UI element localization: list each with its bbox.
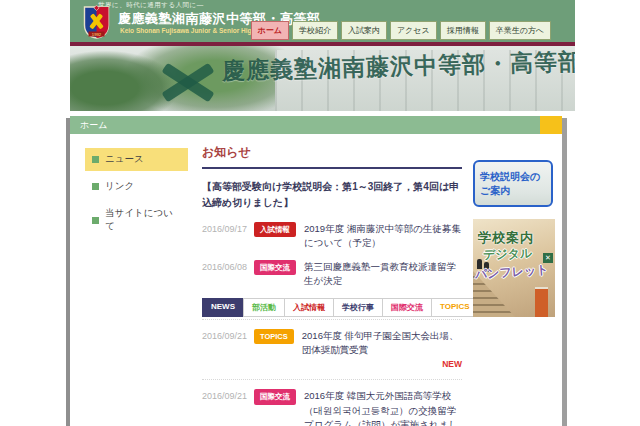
sidebar-item-news[interactable]: ニュース [85,148,188,171]
category-badge: 入試情報 [254,222,296,237]
page-body: ホーム ニュース リンク 当サイトについて [70,116,562,426]
site-header: 世界に、時代に通用する人間に― 1992 慶應義塾湘南藤沢中等部・高等部 Kei… [70,0,575,42]
title-divider [202,167,462,169]
nav-tab-alumni[interactable]: 卒業生の方へ [489,21,551,40]
main-nav: ホーム 学校紹介 入試案内 アクセス 採用情報 卒業生の方へ [251,21,552,40]
breadcrumb[interactable]: ホーム [70,116,562,134]
pinned-news-row: 2016/06/08 国際交流 第三回慶應義塾一貫教育校派遣留学生が決定 [202,260,462,289]
tab-club[interactable]: 部活動 [243,298,285,317]
category-badge: 国際交流 [254,389,296,404]
hero-banner-photo: 慶應義塾湘南藤沢中等部・高等部 [70,46,575,111]
nav-tab-school-intro[interactable]: 学校紹介 [292,21,338,40]
corner-flag-decoration [540,116,562,134]
sidebar: ニュース リンク 当サイトについて [70,142,202,426]
square-bullet-icon [92,183,99,190]
pamphlet-banner-line3: パンフレット [474,261,549,283]
nav-tab-admissions[interactable]: 入試案内 [341,21,387,40]
nav-tab-recruit[interactable]: 採用情報 [440,21,486,40]
content-columns: ニュース リンク 当サイトについて お知らせ 【高等部受験向け学校説明会：第1～… [70,134,562,426]
news-link[interactable]: 第三回慶應義塾一貫教育校派遣留学生が決定 [304,260,462,289]
sidebar-item-about-site[interactable]: 当サイトについて [85,202,188,238]
news-link[interactable]: 2019年度 湘南藤沢中等部の生徒募集について（予定） [304,222,462,251]
school-crest-icon: 1992 [83,5,110,40]
news-row: 2016/09/21 国際交流 2016年度 韓国大元外国語高等学校（대원외국어… [202,380,462,426]
category-badge: 国際交流 [254,260,296,275]
door-graphic [535,287,548,317]
main-column: お知らせ 【高等部受験向け学校説明会：第1～3回終了，第4回は申込締め切りました… [202,142,468,426]
nav-tab-home[interactable]: ホーム [251,21,289,40]
news-date: 2016/06/08 [202,260,254,275]
square-bullet-icon [92,156,99,163]
news-date: 2016/09/21 [202,329,254,344]
news-filter-tabs: NEWS 部活動 入試情報 学校行事 国際交流 TOPICS [202,298,462,317]
school-seminar-banner[interactable]: 学校説明会のご案内 [473,160,553,207]
tab-international[interactable]: 国際交流 [382,298,432,317]
news-row: 2016/09/21 TOPICS 2016年度 俳句甲子園全国大会出場、団体奨… [202,319,462,380]
school-x-logo-icon [156,62,218,102]
notice-text: 【高等部受験向け学校説明会：第1～3回終了，第4回は申込締め切りました】 [202,179,462,210]
digital-pamphlet-banner[interactable]: 学校案内 デジタル パンフレット [473,219,555,317]
news-list: 2016/09/21 TOPICS 2016年度 俳句甲子園全国大会出場、団体奨… [202,319,462,426]
news-date: 2016/09/21 [202,389,254,404]
tab-school-events[interactable]: 学校行事 [333,298,383,317]
right-aside: 学校説明会のご案内 学校案内 デジタル パンフレット [468,142,562,426]
news-date: 2016/09/17 [202,222,254,237]
new-badge: NEW [302,358,462,371]
sidebar-item-label: リンク [105,180,134,193]
page-container: 世界に、時代に通用する人間に― 1992 慶應義塾湘南藤沢中等部・高等部 Kei… [70,0,575,426]
svg-text:1992: 1992 [92,32,102,37]
breadcrumb-bar: ホーム [70,116,562,134]
pinned-news-row: 2016/09/17 入試情報 2019年度 湘南藤沢中等部の生徒募集について（… [202,222,462,251]
sidebar-item-links[interactable]: リンク [85,175,188,198]
page-title: お知らせ [202,144,462,161]
nav-tab-access[interactable]: アクセス [390,21,437,40]
tagline: 世界に、時代に通用する人間に― [98,1,204,10]
news-link[interactable]: 2016年度 俳句甲子園全国大会出場、団体奨励賞受賞NEW [302,329,462,370]
pamphlet-banner-line2: デジタル [483,245,533,264]
sidebar-item-label: ニュース [105,153,144,166]
news-link[interactable]: 2016年度 韓国大元外国語高等学校（대원외국어고등학교）の交換留学プログラム（… [304,389,462,426]
tab-news[interactable]: NEWS [202,298,244,317]
tab-admissions[interactable]: 入試情報 [284,298,334,317]
category-badge: TOPICS [254,329,294,344]
pamphlet-banner-line1: 学校案内 [478,229,534,247]
square-bullet-icon [92,217,99,224]
sidebar-item-label: 当サイトについて [105,207,181,233]
